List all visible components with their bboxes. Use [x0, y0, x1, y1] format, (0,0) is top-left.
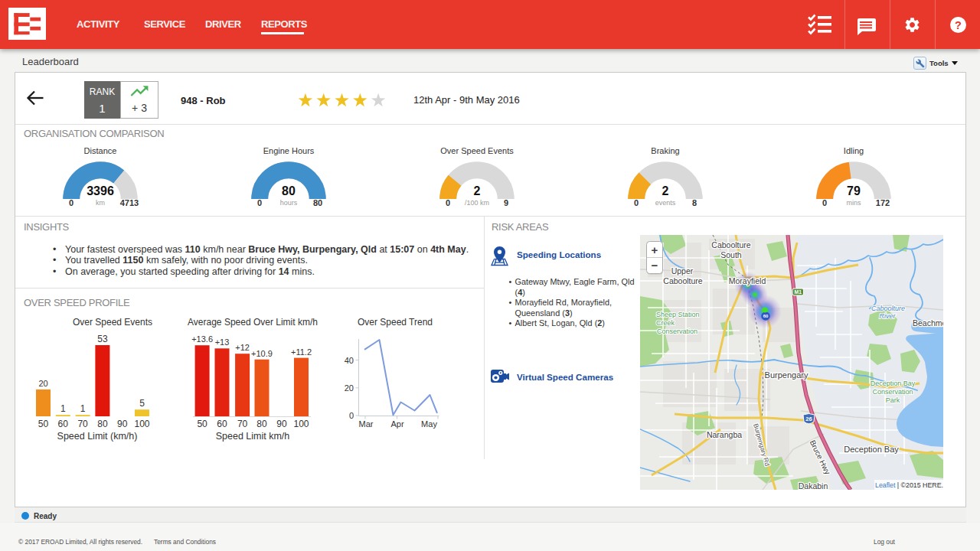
- svg-text:Upper: Upper: [671, 266, 694, 276]
- svg-text:53: 53: [97, 334, 108, 344]
- svg-text:Deception Bay: Deception Bay: [871, 380, 916, 387]
- svg-text:90: 90: [117, 419, 128, 429]
- svg-text:20: 20: [38, 379, 47, 388]
- svg-text:River: River: [879, 312, 896, 320]
- svg-text:+13.6: +13.6: [191, 334, 213, 344]
- svg-text:+12: +12: [235, 343, 250, 352]
- svg-text:−: −: [652, 259, 658, 272]
- svg-text:Conservation: Conservation: [657, 328, 697, 335]
- svg-text:Leaflet | ©2015 HERE.: Leaflet | ©2015 HERE.: [875, 481, 943, 489]
- svg-text:70: 70: [237, 419, 248, 429]
- svg-text:Burpengary: Burpengary: [765, 370, 808, 380]
- svg-text:South: South: [720, 250, 742, 259]
- svg-text:Creek: Creek: [656, 319, 675, 327]
- svg-text:Conservation: Conservation: [872, 388, 913, 396]
- svg-text:May: May: [421, 419, 437, 429]
- svg-text:0: 0: [349, 411, 354, 420]
- svg-text:60: 60: [217, 419, 227, 429]
- svg-text:+13: +13: [215, 337, 230, 347]
- svg-text:26: 26: [805, 416, 812, 422]
- svg-text:20: 20: [345, 383, 354, 393]
- svg-text:Morayfield: Morayfield: [729, 276, 766, 285]
- svg-text:+: +: [652, 243, 658, 256]
- svg-text:+11.2: +11.2: [291, 347, 312, 357]
- svg-text:Apr: Apr: [390, 419, 403, 429]
- svg-text:Caboolture: Caboolture: [871, 305, 905, 312]
- svg-text:80: 80: [97, 419, 108, 429]
- svg-text:1: 1: [80, 403, 86, 414]
- svg-text:Dakabin: Dakabin: [799, 481, 828, 490]
- svg-text:50: 50: [38, 419, 49, 429]
- svg-text:Caboolture: Caboolture: [663, 276, 703, 285]
- svg-text:Park: Park: [886, 396, 900, 404]
- svg-text:Deception Bay: Deception Bay: [844, 445, 899, 454]
- svg-text:Speed Limit km/h: Speed Limit km/h: [216, 431, 290, 442]
- svg-text:40: 40: [345, 356, 354, 365]
- svg-text:Mar: Mar: [359, 419, 374, 429]
- svg-text:90: 90: [276, 419, 287, 429]
- svg-text:100: 100: [134, 419, 149, 429]
- svg-text:M1: M1: [794, 289, 802, 295]
- svg-text:60: 60: [763, 314, 769, 318]
- svg-text:Caboolture: Caboolture: [711, 240, 751, 249]
- svg-text:1: 1: [60, 403, 66, 414]
- svg-text:80: 80: [256, 419, 267, 429]
- svg-text:Narangba: Narangba: [707, 430, 742, 439]
- svg-text:60: 60: [58, 419, 69, 429]
- svg-text:50: 50: [197, 419, 207, 429]
- svg-text:+10.9: +10.9: [251, 349, 273, 358]
- svg-text:5: 5: [139, 398, 145, 409]
- svg-text:100: 100: [293, 419, 309, 429]
- svg-text:?: ?: [955, 19, 962, 31]
- svg-text:Speed Limit (km/h): Speed Limit (km/h): [57, 431, 138, 442]
- svg-text:Beachmere: Beachmere: [913, 318, 943, 328]
- svg-text:Sheep Station: Sheep Station: [656, 311, 700, 318]
- svg-text:70: 70: [77, 419, 88, 429]
